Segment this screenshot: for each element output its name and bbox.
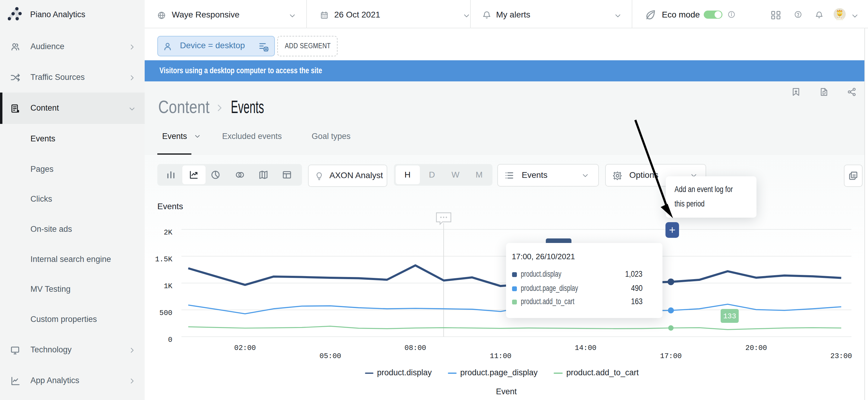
svg-text:20:00: 20:00	[745, 344, 767, 352]
svg-text:08:00: 08:00	[404, 344, 426, 352]
svg-text:17:00: 17:00	[660, 352, 682, 360]
svg-text:02:00: 02:00	[234, 344, 256, 352]
svg-text:23:00: 23:00	[830, 352, 852, 360]
svg-text:14:00: 14:00	[575, 344, 596, 352]
svg-text:1K: 1K	[164, 282, 173, 290]
svg-text:11:00: 11:00	[490, 352, 512, 360]
svg-text:05:00: 05:00	[319, 352, 341, 360]
svg-text:500: 500	[159, 309, 173, 317]
svg-text:133: 133	[723, 312, 736, 320]
svg-text:2K: 2K	[164, 228, 173, 237]
svg-text:1.5K: 1.5K	[155, 255, 173, 264]
svg-text:0: 0	[168, 336, 173, 344]
